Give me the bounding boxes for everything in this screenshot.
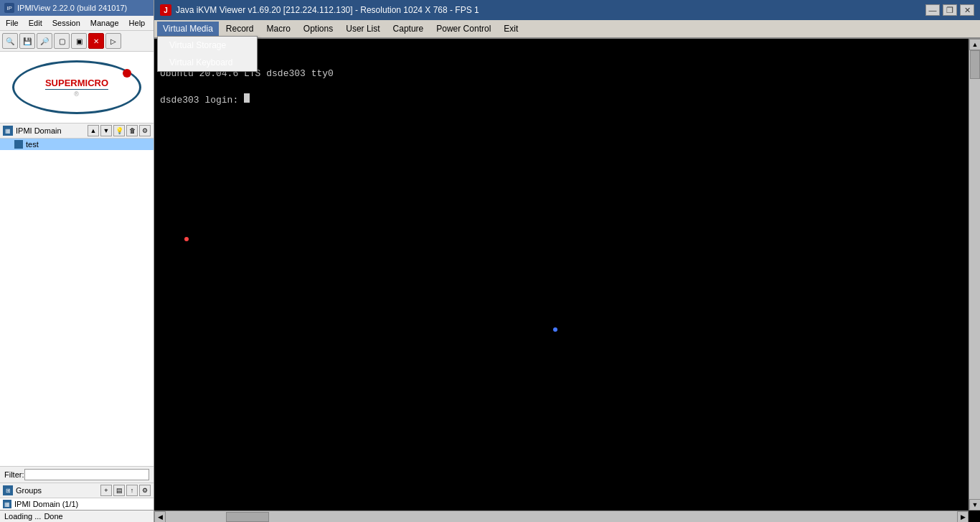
bottom-status-bar: Loading ... Done [0, 510, 154, 522]
toolbar-btn-window2[interactable]: ▣ [71, 33, 87, 49]
filter-label: Filter: [4, 470, 24, 479]
domain-ctrl-light[interactable]: 💡 [113, 125, 125, 136]
group-item-icon: ▦ [3, 500, 11, 508]
toolbar-btn-search2[interactable]: 🔎 [37, 33, 52, 49]
domain-ctrl-up[interactable]: ▲ [88, 125, 99, 136]
test-label: test [26, 140, 39, 149]
toolbar-btn-close[interactable]: ✕ [88, 33, 104, 49]
kvm-menu-macro[interactable]: Macro [261, 22, 296, 36]
group-controls: + ▤ ↑ ⚙ [100, 485, 151, 496]
screen-indicator-blue [553, 327, 557, 332]
group-ctrl-1[interactable]: + [100, 485, 112, 496]
ipmi-domain-group-label: IPMI Domain (1/1) [14, 500, 78, 508]
domain-ctrl-down[interactable]: ▼ [100, 125, 112, 136]
supermicro-logo: SUPERMICRO ® [12, 60, 141, 114]
scroll-thumb-v[interactable] [970, 50, 980, 79]
kvm-title-left: J Java iKVM Viewer v1.69.20 [212.224.112… [160, 4, 479, 16]
group-ctrl-3[interactable]: ↑ [126, 485, 138, 496]
dropdown-virtual-storage[interactable]: Virtual Storage [158, 37, 257, 54]
left-toolbar: 🔍 💾 🔎 ▢ ▣ ✕ ▷ [0, 31, 154, 52]
test-item[interactable]: test [0, 139, 154, 150]
menu-session[interactable]: Session [48, 17, 85, 29]
kvm-app-icon: J [160, 4, 171, 16]
kvm-menu-options[interactable]: Options [298, 22, 339, 36]
kvm-menu-record[interactable]: Record [220, 22, 260, 36]
menu-help[interactable]: Help [125, 17, 150, 29]
toolbar-btn-arrow[interactable]: ▷ [105, 33, 121, 49]
scroll-left-arrow[interactable]: ◀ [154, 511, 166, 522]
kvm-viewer-panel: J Java iKVM Viewer v1.69.20 [212.224.112… [154, 0, 980, 522]
kvm-menu-power-control[interactable]: Power Control [430, 22, 496, 36]
kvm-window-controls: — ❐ ✕ [925, 4, 974, 16]
kvm-screen[interactable]: # logout Ubuntu 20.04.6 LTS dsde303 tty0… [154, 39, 980, 522]
group-ctrl-2[interactable]: ▤ [113, 485, 125, 496]
groups-label[interactable]: Groups [16, 486, 42, 495]
group-ctrl-4[interactable]: ⚙ [139, 485, 151, 496]
left-content-area [0, 150, 154, 466]
ipmi-domain-bar: ▦ IPMI Domain ▲ ▼ 💡 🗑 ⚙ [0, 123, 154, 139]
menu-manage[interactable]: Manage [86, 17, 123, 29]
scroll-thumb-h[interactable] [226, 512, 269, 522]
toolbar-btn-window1[interactable]: ▢ [54, 33, 70, 49]
kvm-minimize-btn[interactable]: — [925, 4, 940, 16]
logo-inner: SUPERMICRO ® [45, 78, 108, 98]
logo-text-super: SUPERMICRO [45, 78, 108, 88]
kvm-restore-btn[interactable]: ❐ [943, 4, 957, 16]
filter-bar: Filter: [0, 466, 154, 483]
scroll-up-arrow[interactable]: ▲ [969, 39, 980, 50]
toolbar-btn-save[interactable]: 💾 [19, 33, 35, 49]
groups-icon: ⊞ [3, 485, 13, 495]
left-panel: IP IPMIView 2.22.0 (build 241017) File E… [0, 0, 154, 522]
kvm-scrollbar-vertical[interactable]: ▲ ▼ [969, 39, 980, 511]
scroll-right-arrow[interactable]: ▶ [957, 511, 969, 522]
kvm-scrollbar-horizontal[interactable]: ◀ ▶ [154, 511, 969, 522]
virtual-media-dropdown: Virtual Storage Virtual Keyboard [157, 36, 258, 72]
kvm-menu-virtual-media[interactable]: Virtual Media Virtual Storage Virtual Ke… [157, 22, 219, 36]
ipmiview-title: IPMIView 2.22.0 (build 241017) [17, 4, 127, 12]
domain-ctrl-settings[interactable]: ⚙ [139, 125, 151, 136]
kvm-menu-exit[interactable]: Exit [498, 22, 524, 36]
ipmiview-title-bar: IP IPMIView 2.22.0 (build 241017) [0, 0, 154, 16]
domain-controls: ▲ ▼ 💡 🗑 ⚙ [88, 125, 151, 136]
menu-edit[interactable]: Edit [24, 17, 47, 29]
toolbar-btn-search[interactable]: 🔍 [2, 33, 18, 49]
kvm-menu-bar: Virtual Media Virtual Storage Virtual Ke… [154, 20, 980, 39]
ipmi-domain-label[interactable]: IPMI Domain [16, 126, 62, 135]
groups-bar: ⊞ Groups + ▤ ↑ ⚙ [0, 483, 154, 498]
domain-icon: ▦ [3, 126, 13, 136]
domain-ctrl-delete[interactable]: 🗑 [126, 125, 138, 136]
logo-area: SUPERMICRO ® [0, 52, 154, 123]
kvm-title-bar: J Java iKVM Viewer v1.69.20 [212.224.112… [154, 0, 980, 20]
menu-file[interactable]: File [1, 17, 23, 29]
kvm-menu-user-list[interactable]: User List [340, 22, 385, 36]
screen-indicator-red [184, 237, 189, 241]
logo-text-reg: ® [45, 90, 108, 98]
dropdown-virtual-keyboard[interactable]: Virtual Keyboard [158, 54, 257, 71]
kvm-menu-capture[interactable]: Capture [387, 22, 430, 36]
kvm-close-btn[interactable]: ✕ [960, 4, 974, 16]
status-done: Done [44, 512, 62, 521]
logo-dot-red [123, 69, 131, 78]
kvm-title-text: Java iKVM Viewer v1.69.20 [212.224.112.1… [176, 5, 479, 15]
server-icon [14, 140, 23, 149]
terminal-cursor [244, 93, 250, 103]
ipmi-domain-group-item[interactable]: ▦ IPMI Domain (1/1) [0, 498, 154, 510]
app-icon: IP [4, 3, 14, 13]
status-loading: Loading ... [4, 512, 41, 521]
scroll-down-arrow[interactable]: ▼ [969, 499, 980, 511]
filter-input[interactable] [24, 469, 150, 480]
left-menu-bar: File Edit Session Manage Help [0, 16, 154, 31]
